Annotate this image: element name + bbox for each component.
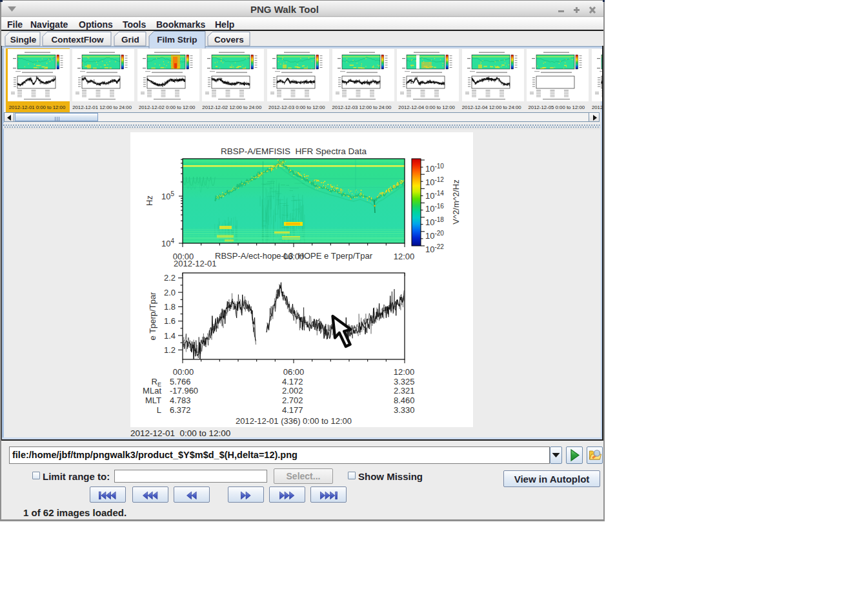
svg-text:2.0: 2.0 [164,288,176,297]
svg-text:00:00: 00:00 [173,367,194,377]
svg-text:e Tperp/Tpar: e Tperp/Tpar [148,292,157,341]
svg-text:2.702: 2.702 [282,396,303,405]
svg-text:6.372: 6.372 [170,405,191,415]
svg-text:5.766: 5.766 [170,377,191,386]
svg-text:3.330: 3.330 [394,405,415,415]
svg-text:1.2: 1.2 [164,345,176,355]
svg-text:8.460: 8.460 [394,396,415,405]
svg-text:3.325: 3.325 [394,377,415,386]
svg-text:2012-12-01: 2012-12-01 [174,259,217,268]
svg-text:Single: Single [10,35,37,45]
svg-text:4.172: 4.172 [282,377,303,386]
svg-text:Film Strip: Film Strip [157,35,197,45]
svg-text:MLat: MLat [143,386,161,396]
svg-text:2.002: 2.002 [282,386,303,396]
svg-text:Hz: Hz [145,195,154,206]
svg-text:RBSP-A/ect-hope-L3 HOPE e Tpe: RBSP-A/ect-hope-L3 HOPE e Tperp/Tpar [215,251,373,261]
svg-text:4.783: 4.783 [170,396,191,405]
svg-text:1.8: 1.8 [164,302,176,312]
svg-text:12:00: 12:00 [394,367,415,377]
svg-text:2.321: 2.321 [394,386,415,396]
svg-text:12:00: 12:00 [394,252,415,261]
svg-text:-17.960: -17.960 [170,386,198,396]
svg-text:ContextFlow: ContextFlow [52,35,104,45]
svg-text:1.4: 1.4 [164,331,176,341]
svg-text:06:00: 06:00 [283,367,305,377]
svg-text:2.2: 2.2 [164,273,176,283]
svg-text:V^2/m^2/Hz: V^2/m^2/Hz [451,179,461,224]
svg-text:1.6: 1.6 [164,316,176,326]
svg-text:4.177: 4.177 [282,405,303,415]
svg-text:MLT: MLT [145,396,161,405]
svg-text:Covers: Covers [214,35,244,45]
svg-text:L: L [157,405,161,415]
svg-text:Grid: Grid [121,35,139,45]
svg-text:RBSP-A/EMFISIS HFR Spectra Da: RBSP-A/EMFISIS HFR Spectra Data [221,146,367,156]
svg-text:2012-12-01 (336) 0:00 to 12:00: 2012-12-01 (336) 0:00 to 12:00 [236,416,352,426]
